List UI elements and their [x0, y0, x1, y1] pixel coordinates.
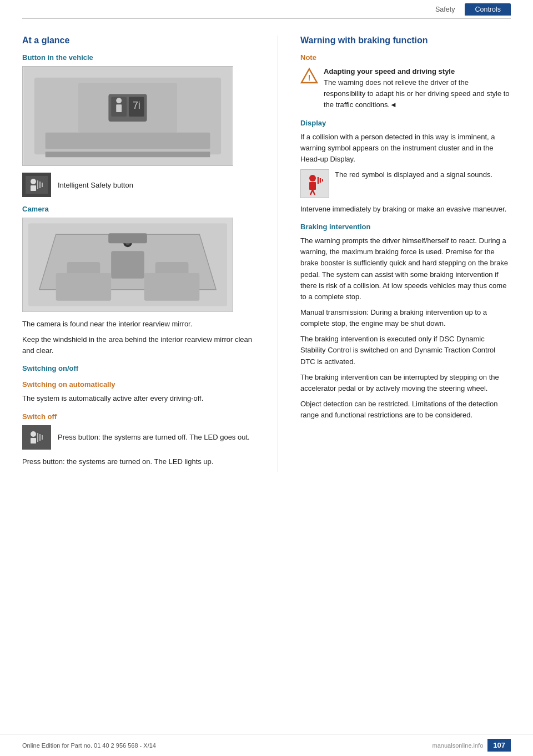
intervene-text: Intervene immediately by braking or make… [300, 204, 511, 215]
svg-point-36 [309, 175, 316, 182]
switch-off-icon-box [22, 425, 51, 450]
svg-rect-13 [31, 185, 36, 191]
svg-point-12 [31, 179, 36, 184]
subsection-switching-auto-title: Switching on automatically [22, 380, 255, 389]
braking-text5: Object detection can be restricted. Limi… [300, 399, 511, 421]
svg-text:7i: 7i [133, 100, 140, 111]
svg-rect-21 [111, 251, 144, 279]
switch-off-icon-label: Press button: the systems are turned off… [58, 433, 250, 441]
svg-rect-11 [26, 176, 48, 194]
subsection-braking-title: Braking intervention [300, 223, 511, 231]
svg-rect-25 [56, 273, 111, 301]
note-warning-text: The warning does not relieve the driver … [324, 78, 510, 109]
note-box: ! Adapting your speed and driving style … [300, 66, 511, 111]
svg-rect-29 [31, 438, 36, 443]
warning-symbol-row: The red symbol is displayed and a signal… [300, 169, 511, 198]
svg-rect-37 [309, 182, 316, 190]
intelligent-safety-label: Intelligent Safety button [58, 181, 133, 189]
subsection-camera-title: Camera [22, 205, 255, 213]
footer-text: Online Edition for Part no. 01 40 2 956 … [22, 742, 156, 749]
main-content: At a glance Button in the vehicle 7i [0, 19, 533, 494]
warning-symbol-box [300, 169, 329, 198]
display-text: If a collision with a person detected in… [300, 132, 511, 165]
camera-image [22, 218, 233, 312]
camera-text1: The camera is found near the interior re… [22, 319, 255, 330]
switch-off-icon-row: Press button: the systems are turned off… [22, 425, 255, 450]
intelligent-safety-icon-row: Intelligent Safety button [22, 173, 255, 197]
intelligent-safety-icon [26, 176, 48, 194]
dashboard-button-image: 7i [22, 66, 233, 166]
braking-text1: The warning prompts the driver himself/h… [300, 235, 511, 303]
svg-rect-24 [108, 233, 147, 243]
svg-rect-9 [46, 133, 210, 149]
right-section-title: Warning with braking function [300, 36, 511, 46]
subsection-button-title: Button in the vehicle [22, 53, 255, 62]
switch-off-text: Press button: the systems are turned on.… [22, 456, 255, 467]
svg-rect-10 [46, 152, 210, 157]
svg-point-5 [116, 98, 122, 103]
page-footer: Online Edition for Part no. 01 40 2 956 … [0, 734, 533, 756]
svg-rect-27 [26, 429, 48, 446]
svg-rect-26 [144, 273, 199, 301]
intelligent-safety-icon-box [22, 173, 51, 197]
note-adapting-speed: Adapting your speed and driving style [324, 67, 455, 75]
svg-point-28 [31, 431, 36, 437]
braking-text4: The braking intervention can be interrup… [300, 372, 511, 394]
svg-rect-6 [116, 104, 122, 112]
warning-symbol-text: The red symbol is displayed and a signal… [335, 169, 492, 180]
note-title: Note [300, 53, 511, 62]
svg-text:!: ! [308, 73, 311, 82]
subsection-display-title: Display [300, 119, 511, 127]
dashboard-svg: 7i [23, 67, 233, 165]
left-column: At a glance Button in the vehicle 7i [22, 36, 255, 472]
subsection-switching-title: Switching on/off [22, 364, 255, 372]
column-divider [278, 36, 278, 472]
tab-controls[interactable]: Controls [465, 3, 511, 16]
braking-text2: Manual transmission: During a braking in… [300, 307, 511, 329]
right-column: Warning with braking function Note ! Ada… [300, 36, 511, 472]
left-section-title: At a glance [22, 36, 255, 46]
person-warning-icon [303, 172, 327, 196]
page-number: 107 [487, 739, 511, 752]
camera-text2: Keep the windshield in the area behind t… [22, 334, 255, 356]
switching-auto-text: The system is automatically active after… [22, 393, 255, 404]
page-header: Safety Controls [22, 0, 511, 19]
note-text: Adapting your speed and driving style Th… [324, 66, 511, 111]
header-tabs: Safety Controls [425, 3, 511, 16]
subsection-switch-off-title: Switch off [22, 412, 255, 421]
tab-safety[interactable]: Safety [425, 3, 465, 16]
switch-off-icon [26, 429, 48, 446]
footer-brand: manualsonline.info [433, 742, 484, 749]
braking-text3: The braking intervention is executed onl… [300, 334, 511, 367]
camera-svg [23, 218, 233, 312]
warning-triangle-icon: ! [300, 67, 318, 85]
